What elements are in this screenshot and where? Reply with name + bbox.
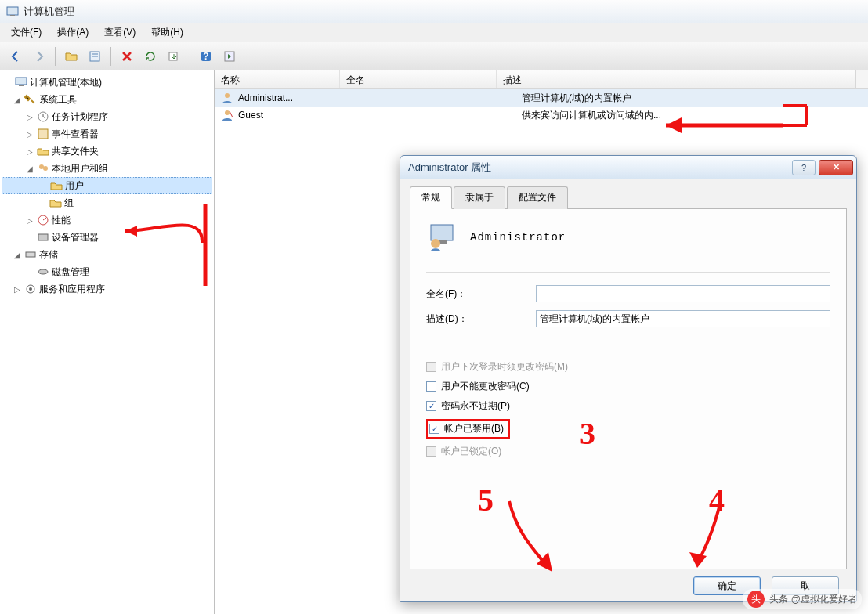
tree-label: 计算机管理(本地) <box>30 76 102 89</box>
cell-name: Guest <box>238 110 353 121</box>
help-button[interactable]: ? <box>792 160 816 175</box>
tree-disk-management[interactable]: 磁盘管理 <box>2 263 212 280</box>
checkbox-icon <box>429 424 439 434</box>
close-button[interactable]: ✕ <box>819 160 853 175</box>
tree-users[interactable]: 用户 <box>2 177 212 194</box>
checkbox-label: 密码永不过期(P) <box>441 399 510 413</box>
description-input[interactable] <box>536 310 830 327</box>
performance-icon <box>37 214 49 226</box>
description-label: 描述(D)： <box>426 312 536 326</box>
tree-label: 共享文件夹 <box>52 145 99 158</box>
tree-label: 存储 <box>39 248 58 262</box>
svg-rect-16 <box>38 234 48 240</box>
dialog-tabs: 常规 隶属于 配置文件 Administrator 全名(F)： 描述(D)： <box>400 179 856 569</box>
services-icon <box>24 283 37 295</box>
list-row-guest[interactable]: Guest 供来宾访问计算机或访问域的内... <box>215 107 868 124</box>
shared-folder-icon <box>37 145 49 157</box>
menu-file[interactable]: 文件(F) <box>5 24 48 41</box>
expander-expand-icon[interactable]: ▷ <box>25 216 34 225</box>
expander-collapse-icon[interactable]: ◢ <box>13 96 22 104</box>
tree-shared-folders[interactable]: ▷ 共享文件夹 <box>2 143 212 160</box>
tree-services-apps[interactable]: ▷ 服务和应用程序 <box>2 280 212 298</box>
folder-icon <box>50 179 63 192</box>
properties-dialog: Administrator 属性 ? ✕ 常规 隶属于 配置文件 Adminis… <box>400 155 857 602</box>
watermark-icon: 头 <box>747 591 765 608</box>
svg-point-20 <box>29 287 32 291</box>
dialog-titlebar[interactable]: Administrator 属性 ? ✕ <box>400 156 856 179</box>
checkbox-cannot-change-password[interactable]: 用户不能更改密码(C) <box>426 380 830 393</box>
tree-system-tools[interactable]: ◢ 系统工具 <box>2 91 212 108</box>
cell-name: Administrat... <box>238 92 353 103</box>
tree-root[interactable]: 计算机管理(本地) <box>2 74 212 91</box>
watermark: 头 头条 @虚拟化爱好者 <box>743 589 862 609</box>
tree-label: 性能 <box>52 214 71 227</box>
toolbar-separator <box>55 47 56 66</box>
menu-help[interactable]: 帮助(H) <box>145 24 190 41</box>
tree-label: 服务和应用程序 <box>39 283 105 296</box>
expander-collapse-icon[interactable]: ◢ <box>25 164 34 173</box>
tree-device-manager[interactable]: 设备管理器 <box>2 229 212 246</box>
window-title: 计算机管理 <box>24 5 74 19</box>
column-description[interactable]: 描述 <box>497 70 855 88</box>
tab-general[interactable]: 常规 <box>410 186 452 209</box>
svg-point-14 <box>43 166 48 171</box>
delete-button[interactable] <box>116 45 138 67</box>
tab-member-of[interactable]: 隶属于 <box>454 186 505 209</box>
device-icon <box>37 231 49 244</box>
tree-performance[interactable]: ▷ 性能 <box>2 211 212 229</box>
storage-icon <box>24 248 37 261</box>
user-icon <box>221 109 233 121</box>
folder-button[interactable] <box>60 45 82 67</box>
menu-action[interactable]: 操作(A) <box>51 24 95 41</box>
checkbox-icon <box>426 381 436 392</box>
tree-label: 事件查看器 <box>52 128 99 141</box>
tree-label: 系统工具 <box>39 93 77 107</box>
tree-groups[interactable]: 组 <box>2 194 212 211</box>
svg-text:?: ? <box>203 51 208 62</box>
refresh-button[interactable] <box>139 45 161 67</box>
tree-event-viewer[interactable]: ▷ 事件查看器 <box>2 125 212 143</box>
dialog-username: Administrator <box>470 231 566 244</box>
tab-profile[interactable]: 配置文件 <box>507 186 568 209</box>
checkbox-must-change-password: 用户下次登录时须更改密码(M) <box>426 360 830 374</box>
list-row-administrator[interactable]: Administrat... 管理计算机(域)的内置帐户 <box>215 89 868 107</box>
svg-rect-12 <box>38 129 48 139</box>
dialog-title: Administrator 属性 <box>408 161 787 175</box>
checkbox-account-disabled[interactable]: 帐户已禁用(B) <box>426 419 830 439</box>
disk-icon <box>37 265 49 278</box>
forward-button[interactable] <box>28 45 50 67</box>
expander-expand-icon[interactable]: ▷ <box>25 130 34 139</box>
tree-label: 任务计划程序 <box>52 110 108 124</box>
menu-view[interactable]: 查看(V) <box>98 24 142 41</box>
expander-expand-icon[interactable]: ▷ <box>25 147 34 156</box>
expander-expand-icon[interactable]: ▷ <box>25 113 34 121</box>
svg-rect-17 <box>26 252 35 257</box>
properties-button[interactable] <box>84 45 106 67</box>
svg-rect-1 <box>10 15 15 16</box>
tree-task-scheduler[interactable]: ▷ 任务计划程序 <box>2 108 212 125</box>
tab-body: Administrator 全名(F)： 描述(D)： 用户下次登录时须更改密码… <box>410 209 847 569</box>
svg-point-22 <box>225 110 230 115</box>
tree-local-users-groups[interactable]: ◢ 本地用户和组 <box>2 160 212 177</box>
users-groups-icon <box>37 162 49 175</box>
checkbox-icon <box>426 362 436 372</box>
cell-description: 管理计算机(域)的内置帐户 <box>519 92 868 105</box>
column-name[interactable]: 名称 <box>215 70 340 88</box>
tree-storage[interactable]: ◢ 存储 <box>2 246 212 263</box>
back-button[interactable] <box>5 45 27 67</box>
checkbox-icon <box>426 446 436 457</box>
expander-collapse-icon[interactable]: ◢ <box>13 251 22 259</box>
checkbox-label: 用户下次登录时须更改密码(M) <box>441 360 568 374</box>
column-fullname[interactable]: 全名 <box>340 70 497 88</box>
export-button[interactable] <box>163 45 185 67</box>
svg-point-25 <box>431 239 440 248</box>
tabstrip: 常规 隶属于 配置文件 <box>410 186 847 209</box>
checkbox-icon <box>426 401 436 411</box>
fullname-input[interactable] <box>536 285 830 302</box>
show-hide-button[interactable] <box>219 45 241 67</box>
checkbox-password-never-expires[interactable]: 密码永不过期(P) <box>426 399 830 413</box>
clock-icon <box>37 110 49 123</box>
help-button[interactable]: ? <box>195 45 217 67</box>
expander-expand-icon[interactable]: ▷ <box>13 285 22 294</box>
tree-label: 磁盘管理 <box>52 265 89 279</box>
